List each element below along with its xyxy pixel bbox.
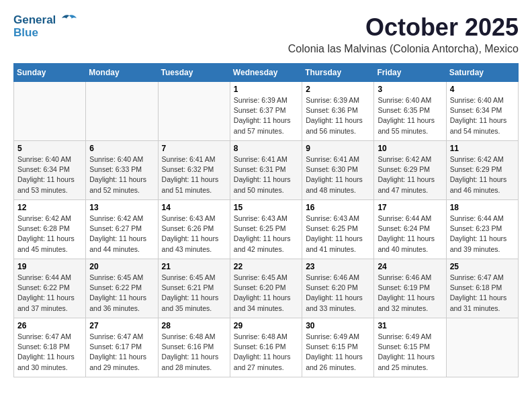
day-number: 26 [17,321,82,330]
calendar-cell: 11Sunrise: 6:42 AM Sunset: 6:29 PM Dayli… [446,141,518,200]
logo: General [13,13,78,28]
day-info: Sunrise: 6:49 AM Sunset: 6:15 PM Dayligh… [378,332,442,373]
day-number: 22 [234,262,298,271]
day-number: 14 [162,203,226,212]
calendar-cell: 15Sunrise: 6:43 AM Sunset: 6:25 PM Dayli… [230,200,302,259]
day-info: Sunrise: 6:40 AM Sunset: 6:35 PM Dayligh… [378,95,442,136]
day-number: 1 [234,85,298,94]
day-number: 20 [89,262,154,271]
weekday-header-friday: Friday [374,64,446,82]
calendar-cell: 3Sunrise: 6:40 AM Sunset: 6:35 PM Daylig… [374,82,446,141]
day-number: 23 [306,262,370,271]
day-info: Sunrise: 6:43 AM Sunset: 6:25 PM Dayligh… [234,214,298,255]
day-info: Sunrise: 6:45 AM Sunset: 6:21 PM Dayligh… [162,273,226,314]
calendar-cell: 10Sunrise: 6:42 AM Sunset: 6:29 PM Dayli… [374,141,446,200]
calendar-cell: 26Sunrise: 6:47 AM Sunset: 6:18 PM Dayli… [14,318,86,377]
logo-area: General Blue [13,13,78,40]
day-info: Sunrise: 6:41 AM Sunset: 6:31 PM Dayligh… [234,154,298,195]
weekday-header-row: SundayMondayTuesdayWednesdayThursdayFrid… [14,64,519,82]
calendar-cell [86,82,158,141]
day-number: 4 [450,85,515,94]
day-number: 10 [378,144,442,153]
day-info: Sunrise: 6:44 AM Sunset: 6:22 PM Dayligh… [17,273,82,314]
day-number: 19 [17,262,82,271]
day-info: Sunrise: 6:39 AM Sunset: 6:36 PM Dayligh… [306,95,370,136]
day-info: Sunrise: 6:41 AM Sunset: 6:30 PM Dayligh… [306,154,370,195]
month-title: October 2025 [288,13,519,42]
day-info: Sunrise: 6:41 AM Sunset: 6:32 PM Dayligh… [162,154,226,195]
location-title: Colonia las Malvinas (Colonia Antorcha),… [288,43,519,55]
calendar-cell: 6Sunrise: 6:40 AM Sunset: 6:33 PM Daylig… [86,141,158,200]
day-number: 30 [306,321,370,330]
day-info: Sunrise: 6:42 AM Sunset: 6:27 PM Dayligh… [89,214,154,255]
day-info: Sunrise: 6:47 AM Sunset: 6:18 PM Dayligh… [17,332,82,373]
calendar-cell [446,318,518,377]
calendar-cell: 5Sunrise: 6:40 AM Sunset: 6:34 PM Daylig… [14,141,86,200]
day-info: Sunrise: 6:48 AM Sunset: 6:16 PM Dayligh… [234,332,298,373]
calendar-cell: 8Sunrise: 6:41 AM Sunset: 6:31 PM Daylig… [230,141,302,200]
top-row: General Blue October 2025 Colonia las Ma… [13,13,519,55]
day-number: 29 [234,321,298,330]
day-info: Sunrise: 6:47 AM Sunset: 6:17 PM Dayligh… [89,332,154,373]
weekday-header-tuesday: Tuesday [158,64,230,82]
title-section: October 2025 Colonia las Malvinas (Colon… [288,13,519,55]
day-number: 6 [89,144,154,153]
calendar-body: 1Sunrise: 6:39 AM Sunset: 6:37 PM Daylig… [14,82,519,377]
day-number: 27 [89,321,154,330]
calendar-cell: 30Sunrise: 6:49 AM Sunset: 6:15 PM Dayli… [302,318,374,377]
calendar-cell: 24Sunrise: 6:46 AM Sunset: 6:19 PM Dayli… [374,259,446,318]
calendar-cell: 9Sunrise: 6:41 AM Sunset: 6:30 PM Daylig… [302,141,374,200]
day-number: 17 [378,203,442,212]
day-info: Sunrise: 6:45 AM Sunset: 6:20 PM Dayligh… [234,273,298,314]
logo-blue: Blue [13,26,78,40]
day-number: 24 [378,262,442,271]
day-info: Sunrise: 6:40 AM Sunset: 6:34 PM Dayligh… [450,95,515,136]
calendar-cell: 4Sunrise: 6:40 AM Sunset: 6:34 PM Daylig… [446,82,518,141]
day-info: Sunrise: 6:43 AM Sunset: 6:25 PM Dayligh… [306,214,370,255]
calendar-cell: 18Sunrise: 6:44 AM Sunset: 6:23 PM Dayli… [446,200,518,259]
day-number: 16 [306,203,370,212]
calendar-cell: 7Sunrise: 6:41 AM Sunset: 6:32 PM Daylig… [158,141,230,200]
day-info: Sunrise: 6:47 AM Sunset: 6:18 PM Dayligh… [450,273,515,314]
calendar-week-2: 5Sunrise: 6:40 AM Sunset: 6:34 PM Daylig… [14,141,519,200]
calendar-cell: 29Sunrise: 6:48 AM Sunset: 6:16 PM Dayli… [230,318,302,377]
calendar-cell: 31Sunrise: 6:49 AM Sunset: 6:15 PM Dayli… [374,318,446,377]
day-number: 8 [234,144,298,153]
calendar-cell: 20Sunrise: 6:45 AM Sunset: 6:22 PM Dayli… [86,259,158,318]
calendar-cell: 23Sunrise: 6:46 AM Sunset: 6:20 PM Dayli… [302,259,374,318]
day-info: Sunrise: 6:39 AM Sunset: 6:37 PM Dayligh… [234,95,298,136]
calendar-week-5: 26Sunrise: 6:47 AM Sunset: 6:18 PM Dayli… [14,318,519,377]
calendar-week-1: 1Sunrise: 6:39 AM Sunset: 6:37 PM Daylig… [14,82,519,141]
calendar-cell [14,82,86,141]
day-info: Sunrise: 6:42 AM Sunset: 6:29 PM Dayligh… [378,154,442,195]
calendar-cell: 19Sunrise: 6:44 AM Sunset: 6:22 PM Dayli… [14,259,86,318]
calendar-cell: 12Sunrise: 6:42 AM Sunset: 6:28 PM Dayli… [14,200,86,259]
weekday-header-thursday: Thursday [302,64,374,82]
day-info: Sunrise: 6:40 AM Sunset: 6:33 PM Dayligh… [89,154,154,195]
calendar-cell: 25Sunrise: 6:47 AM Sunset: 6:18 PM Dayli… [446,259,518,318]
calendar-cell: 16Sunrise: 6:43 AM Sunset: 6:25 PM Dayli… [302,200,374,259]
calendar-cell: 21Sunrise: 6:45 AM Sunset: 6:21 PM Dayli… [158,259,230,318]
day-number: 31 [378,321,442,330]
calendar-cell: 27Sunrise: 6:47 AM Sunset: 6:17 PM Dayli… [86,318,158,377]
calendar-week-4: 19Sunrise: 6:44 AM Sunset: 6:22 PM Dayli… [14,259,519,318]
logo-bird-icon [60,14,78,28]
day-number: 18 [450,203,515,212]
day-info: Sunrise: 6:46 AM Sunset: 6:20 PM Dayligh… [306,273,370,314]
day-info: Sunrise: 6:44 AM Sunset: 6:24 PM Dayligh… [378,214,442,255]
day-number: 13 [89,203,154,212]
day-number: 11 [450,144,515,153]
day-number: 21 [162,262,226,271]
calendar-table: SundayMondayTuesdayWednesdayThursdayFrid… [13,63,519,377]
day-number: 7 [162,144,226,153]
weekday-header-saturday: Saturday [446,64,518,82]
day-info: Sunrise: 6:46 AM Sunset: 6:19 PM Dayligh… [378,273,442,314]
day-number: 25 [450,262,515,271]
day-number: 9 [306,144,370,153]
day-number: 5 [17,144,82,153]
day-info: Sunrise: 6:42 AM Sunset: 6:28 PM Dayligh… [17,214,82,255]
day-info: Sunrise: 6:43 AM Sunset: 6:26 PM Dayligh… [162,214,226,255]
weekday-header-monday: Monday [86,64,158,82]
day-number: 3 [378,85,442,94]
calendar-cell: 2Sunrise: 6:39 AM Sunset: 6:36 PM Daylig… [302,82,374,141]
